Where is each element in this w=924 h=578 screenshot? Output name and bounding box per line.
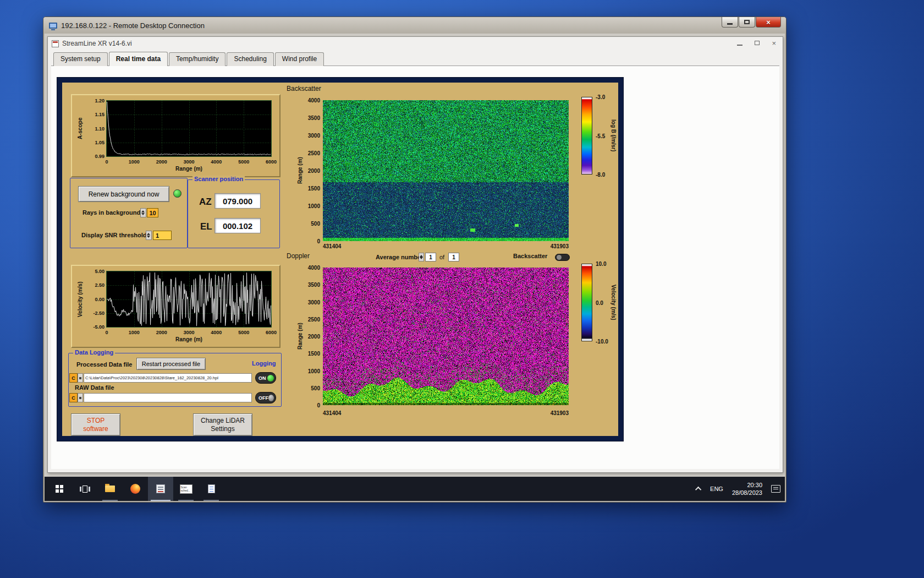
raw-drive-icon[interactable]: C [69, 393, 78, 402]
vi-file-icon [52, 40, 59, 47]
scan-scheduler-button[interactable]: Scan sched... [173, 477, 199, 501]
raw-path-field[interactable] [84, 393, 252, 402]
renew-background-button[interactable]: Renew background now [78, 186, 169, 202]
tab-scheduling[interactable]: Scheduling [227, 52, 273, 66]
tick-label: 2000 [156, 330, 167, 335]
task-view-button[interactable] [72, 477, 97, 501]
decrement-icon[interactable] [147, 236, 150, 238]
firefox-button[interactable] [123, 477, 148, 501]
rdp-titlebar[interactable]: 192.168.0.122 - Remote Desktop Connectio… [43, 17, 786, 34]
doppler-colorbar-label: Velocity (m/s) [609, 264, 618, 341]
doppler-title: Doppler [287, 252, 310, 260]
tick-label: 3500 [308, 115, 320, 121]
tick-label: 4000 [308, 265, 320, 271]
el-label: EL [200, 221, 212, 232]
average-of-field[interactable]: 1 [448, 253, 459, 261]
rdp-window-title: 192.168.0.122 - Remote Desktop Connectio… [61, 21, 205, 30]
backscatter-colorbar-label: log B (/m/sr) [609, 97, 618, 175]
ascope-plot-area[interactable] [106, 100, 272, 157]
tick-label: 0 [317, 238, 320, 244]
rays-value-field[interactable]: 10 [147, 208, 158, 217]
settings-line2: Settings [211, 425, 234, 433]
el-value-field[interactable]: 000.102 [215, 218, 261, 233]
renew-background-label: Renew background now [89, 190, 160, 198]
data-logging-title: Data Logging [73, 349, 115, 356]
average-spinner[interactable] [419, 253, 424, 261]
file-explorer-button[interactable] [97, 477, 123, 501]
change-lidar-settings-button[interactable]: Change LiDAR Settings [193, 413, 252, 436]
increment-icon[interactable] [141, 210, 145, 212]
tick-label: 1500 [308, 186, 320, 192]
labview-app-window: StreamLine XR v14-6.vi × System setup Re… [47, 36, 783, 473]
tick-label: 0.0 [596, 299, 603, 306]
tick-label: 0 [105, 159, 108, 165]
app-close-button[interactable]: × [772, 39, 776, 47]
az-value-field[interactable]: 079.000 [215, 193, 261, 209]
backscatter-view-toggle[interactable] [555, 254, 570, 261]
backscatter-x-start: 431404 [323, 243, 341, 249]
maximize-button[interactable] [739, 17, 755, 28]
tick-label: 1500 [308, 351, 320, 357]
decrement-icon[interactable] [141, 213, 145, 215]
off-label: OFF [258, 395, 268, 401]
stop-software-button[interactable]: STOP software [71, 413, 120, 436]
processed-browse-button[interactable] [78, 373, 83, 383]
snr-spinner[interactable] [146, 231, 152, 240]
tick-label: 2000 [308, 334, 320, 340]
rays-spinner[interactable] [140, 208, 146, 217]
close-button[interactable]: × [756, 17, 781, 28]
settings-line1: Change LiDAR [201, 417, 245, 425]
tab-system-setup[interactable]: System setup [53, 52, 108, 66]
app-title: StreamLine XR v14-6.vi [62, 40, 132, 47]
snr-value-field[interactable]: 1 [153, 231, 172, 240]
minimize-icon [727, 23, 733, 25]
folder-icon [105, 486, 115, 492]
tab-strip: System setup Real time data Temp/humidit… [53, 52, 324, 66]
app-restore-button[interactable] [755, 39, 760, 47]
labview-app-button[interactable] [148, 477, 173, 501]
app-minimize-button[interactable] [737, 39, 743, 47]
processed-path-field[interactable]: C:\Lidar\Data\Proc\2023\202308\20230828\… [84, 373, 252, 383]
hidden-icons-chevron-icon[interactable] [695, 487, 701, 493]
panel-background: A-scope 1.201.151.101.050.99 01000200030… [62, 83, 618, 436]
velocity-canvas [107, 271, 271, 327]
ascope-x-ticks: 0100020003000400050006000 [107, 159, 271, 165]
tick-label: -10.0 [596, 339, 608, 345]
raw-browse-button[interactable] [78, 393, 83, 402]
app-titlebar[interactable]: StreamLine XR v14-6.vi × [48, 37, 783, 50]
scanner-position-group: Scanner position AZ 079.000 EL 000.102 [188, 179, 280, 248]
rdp-window: 192.168.0.122 - Remote Desktop Connectio… [43, 17, 787, 503]
clock[interactable]: 20:30 28/08/2023 [732, 481, 762, 497]
language-indicator[interactable]: ENG [710, 486, 723, 492]
velocity-y-ticks: 5.002.500.00-2.50-5.00 [87, 271, 105, 327]
app-window-controls: × [737, 39, 776, 47]
tick-label: 2000 [156, 159, 167, 165]
labview-app-icon [156, 484, 165, 493]
velocity-plot-area[interactable] [106, 271, 272, 328]
average-number-field[interactable]: 1 [425, 253, 436, 261]
start-button[interactable] [47, 477, 72, 501]
decrement-icon[interactable] [420, 257, 423, 259]
tick-label: 3000 [308, 299, 320, 305]
taskbar-apps: Scan sched... [47, 477, 224, 501]
increment-icon[interactable] [147, 233, 150, 235]
minimize-button[interactable] [722, 17, 738, 28]
action-center-icon[interactable] [771, 485, 780, 493]
restart-processed-file-button[interactable]: Restart processed file [136, 358, 206, 370]
processed-drive-icon[interactable]: C [69, 373, 78, 383]
notes-app-button[interactable] [199, 477, 224, 501]
processed-logging-toggle[interactable]: ON [255, 372, 276, 384]
tab-temp-humidity[interactable]: Temp/humidity [169, 52, 226, 66]
off-lamp-icon [268, 395, 274, 401]
tick-label: -5.5 [596, 133, 605, 139]
tab-wind-profile[interactable]: Wind profile [275, 52, 324, 66]
tab-real-time-data[interactable]: Real time data [109, 52, 168, 66]
data-logging-group: Data Logging Processed Data file Restart… [68, 353, 282, 407]
tick-label: 0.00 [95, 297, 105, 302]
raw-logging-toggle[interactable]: OFF [255, 392, 276, 403]
tick-label: 6000 [266, 159, 277, 165]
backscatter-heatmap[interactable] [323, 100, 569, 241]
doppler-heatmap[interactable] [323, 268, 569, 405]
desktop: 192.168.0.122 - Remote Desktop Connectio… [0, 0, 924, 578]
panel-frame: A-scope 1.201.151.101.050.99 01000200030… [57, 77, 624, 441]
